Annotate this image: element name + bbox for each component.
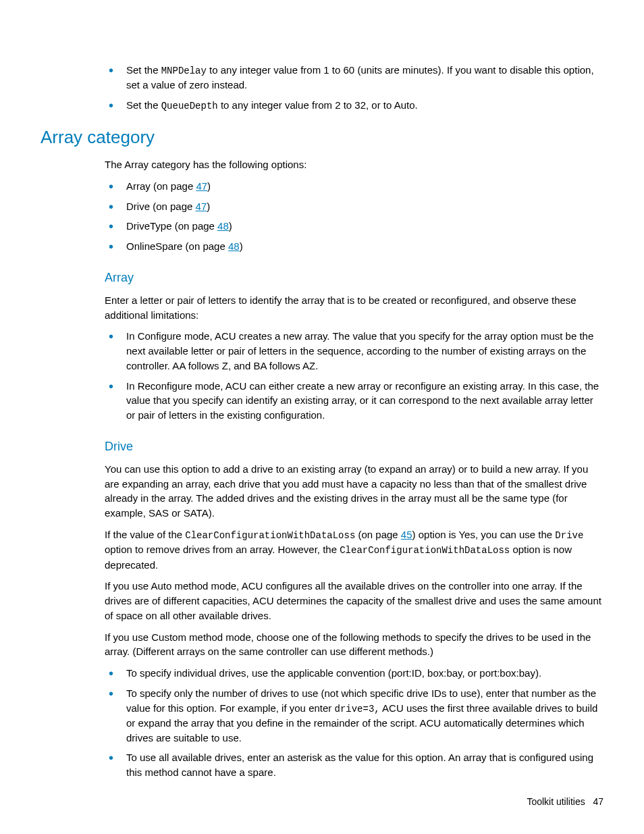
text: DriveType (on page <box>126 220 217 232</box>
bullet-item: In Configure mode, ACU creates a new arr… <box>105 329 603 373</box>
page-link[interactable]: 45 <box>401 529 412 540</box>
page-link[interactable]: 47 <box>196 180 207 192</box>
code-text: MNPDelay <box>161 66 207 76</box>
text: To use all available drives, enter an as… <box>126 752 593 778</box>
option-item: DriveType (on page 48) <box>105 219 603 234</box>
page-link[interactable]: 47 <box>196 201 207 212</box>
top-bullets-section: Set the MNPDelay to any integer value fr… <box>105 63 603 113</box>
footer-page-number: 47 <box>593 796 603 807</box>
text: Drive (on page <box>126 201 196 212</box>
heading-array: Array <box>105 269 603 286</box>
text: ) <box>229 220 232 232</box>
code-text: Drive <box>555 530 583 541</box>
heading-array-category: Array category <box>41 125 603 151</box>
code-text: ClearConfigurationWithDataLoss <box>185 530 355 541</box>
heading-drive: Drive <box>105 438 603 455</box>
page-link[interactable]: 48 <box>228 240 240 252</box>
drive-p1: You can use this option to add a drive t… <box>105 462 603 521</box>
drive-p2: If the value of the ClearConfigurationWi… <box>105 527 603 572</box>
array-category-body: The Array category has the following opt… <box>105 157 603 780</box>
drive-p4: If you use Custom method mode, choose on… <box>105 630 603 660</box>
array-p1: Enter a letter or pair of letters to ide… <box>105 293 603 323</box>
text: to any integer value from 2 to 32, or to… <box>218 99 418 111</box>
page-link[interactable]: 48 <box>217 220 229 232</box>
text: To specify individual drives, use the ap… <box>126 667 541 679</box>
option-item: Array (on page 47) <box>105 179 603 194</box>
footer-label: Toolkit utilities <box>527 796 585 807</box>
code-text: QueueDepth <box>161 101 218 111</box>
text: Set the <box>126 99 161 111</box>
bullet-item: To specify only the number of drives to … <box>105 686 603 746</box>
text: Array (on page <box>126 180 196 192</box>
bullet-item: In Reconfigure mode, ACU can either crea… <box>105 379 603 423</box>
page-content: Set the MNPDelay to any integer value fr… <box>0 0 644 812</box>
bullet-item: To specify individual drives, use the ap… <box>105 666 603 681</box>
text: If the value of the <box>105 529 185 540</box>
code-text: drive=3, <box>335 704 380 714</box>
option-item: Drive (on page 47) <box>105 199 603 214</box>
code-text: ClearConfigurationWithDataLoss <box>340 545 510 556</box>
intro-text: The Array category has the following opt… <box>105 157 603 172</box>
text: (on page <box>355 529 401 540</box>
bullet-item: Set the MNPDelay to any integer value fr… <box>105 63 603 93</box>
page-footer: Toolkit utilities 47 <box>527 795 603 808</box>
text: option to remove drives from an array. H… <box>105 544 340 555</box>
text: Set the <box>126 64 161 76</box>
text: OnlineSpare (on page <box>126 240 228 252</box>
bullet-item: Set the QueueDepth to any integer value … <box>105 98 603 113</box>
text: ) <box>207 201 210 212</box>
drive-p3: If you use Auto method mode, ACU configu… <box>105 579 603 623</box>
text: ) option is Yes, you can use the <box>412 529 556 540</box>
option-item: OnlineSpare (on page 48) <box>105 239 603 254</box>
text: ) <box>240 240 243 252</box>
text: ) <box>207 180 211 192</box>
bullet-item: To use all available drives, enter an as… <box>105 750 603 780</box>
